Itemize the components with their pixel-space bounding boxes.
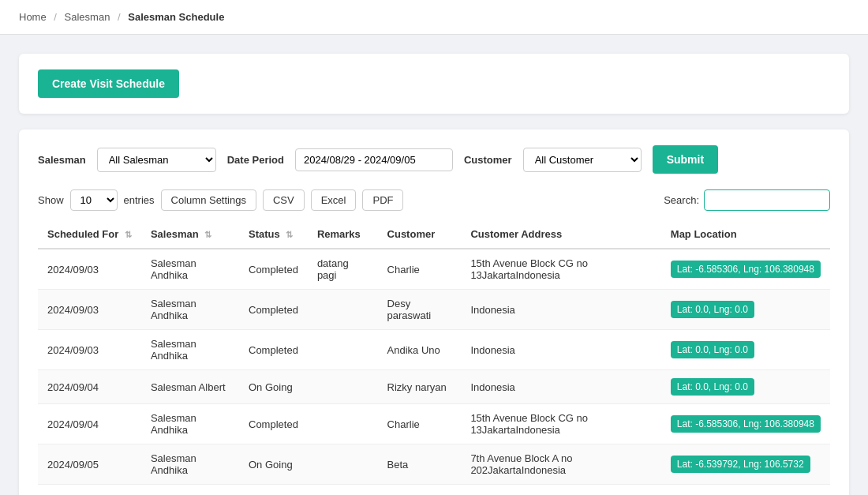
col-map-location: Map Location bbox=[661, 220, 830, 249]
map-location-badge: Lat: -6.585306, Lng: 106.380948 bbox=[671, 415, 821, 433]
status-cell: On Going bbox=[239, 370, 308, 404]
salesman-cell: Salesman Andhika bbox=[141, 249, 239, 290]
column-settings-button[interactable]: Column Settings bbox=[161, 189, 256, 211]
remarks-cell: datang pagi bbox=[308, 249, 378, 290]
salesman-cell: Salesman Andhika bbox=[141, 444, 239, 485]
status-cell: Completed bbox=[239, 404, 308, 444]
csv-button[interactable]: CSV bbox=[263, 189, 305, 211]
customer-cell: Andika Uno bbox=[378, 330, 462, 370]
search-input[interactable] bbox=[704, 189, 830, 211]
col-customer-address: Customer Address bbox=[461, 220, 660, 249]
col-scheduled-for: Scheduled For ⇅ bbox=[38, 220, 141, 249]
table-row: 2024/09/04Salesman AndhikaCompletedCharl… bbox=[38, 404, 830, 444]
salesman-select[interactable]: All SalesmanSalesman AndhikaSalesman Alb… bbox=[97, 148, 216, 172]
customer-cell: Desy paraswati bbox=[378, 290, 462, 330]
status-cell: Completed bbox=[239, 330, 308, 370]
customer_address-cell: Indonesia bbox=[461, 290, 660, 330]
scheduled_for-cell: 2024/09/03 bbox=[38, 290, 141, 330]
customer_address-cell: 15th Avenue Block CG no 13JakartaIndones… bbox=[461, 249, 660, 290]
col-remarks: Remarks bbox=[308, 220, 378, 249]
customer_address-cell: 7th Avenue Block A no 202JakartaIndonesi… bbox=[461, 444, 660, 485]
submit-button[interactable]: Submit bbox=[653, 145, 718, 174]
status-cell: On Going bbox=[239, 444, 308, 485]
salesman-cell: Salesman Andhika bbox=[141, 290, 239, 330]
customer-cell: Beta bbox=[378, 444, 462, 485]
schedule-table: Scheduled For ⇅ Salesman ⇅ Status ⇅ Rema… bbox=[38, 220, 830, 485]
search-label: Search: bbox=[664, 194, 699, 206]
table-row: 2024/09/04Salesman AlbertOn GoingRizky n… bbox=[38, 370, 830, 404]
status-cell: Completed bbox=[239, 290, 308, 330]
breadcrumb-home[interactable]: Home bbox=[19, 11, 47, 23]
map-location-badge: Lat: 0.0, Lng: 0.0 bbox=[671, 378, 754, 396]
sort-icon-status[interactable]: ⇅ bbox=[286, 230, 293, 240]
breadcrumb-salesman[interactable]: Salesman bbox=[65, 11, 110, 23]
col-status: Status ⇅ bbox=[239, 220, 308, 249]
status-cell: Completed bbox=[239, 249, 308, 290]
date-period-filter-label: Date Period bbox=[227, 154, 284, 166]
show-label: Show bbox=[38, 194, 64, 206]
customer_address-cell: Indonesia bbox=[461, 370, 660, 404]
remarks-cell bbox=[308, 290, 378, 330]
scheduled_for-cell: 2024/09/03 bbox=[38, 249, 141, 290]
create-visit-schedule-button[interactable]: Create Visit Schedule bbox=[38, 69, 179, 98]
col-customer: Customer bbox=[378, 220, 462, 249]
breadcrumb: Home / Salesman / Salesman Schedule bbox=[0, 0, 868, 35]
remarks-cell bbox=[308, 370, 378, 404]
date-period-input[interactable] bbox=[295, 148, 453, 171]
sort-icon-salesman[interactable]: ⇅ bbox=[204, 230, 211, 240]
salesman-cell: Salesman Andhika bbox=[141, 330, 239, 370]
scheduled_for-cell: 2024/09/05 bbox=[38, 444, 141, 485]
customer-cell: Charlie bbox=[378, 404, 462, 444]
map-location-badge: Lat: 0.0, Lng: 0.0 bbox=[671, 301, 754, 318]
table-header-row: Scheduled For ⇅ Salesman ⇅ Status ⇅ Rema… bbox=[38, 220, 830, 249]
customer-cell: Charlie bbox=[378, 249, 462, 290]
remarks-cell bbox=[308, 444, 378, 485]
breadcrumb-current: Salesman Schedule bbox=[128, 11, 224, 23]
salesman-cell: Salesman Andhika bbox=[141, 404, 239, 444]
customer_address-cell: 15th Avenue Block CG no 13JakartaIndones… bbox=[461, 404, 660, 444]
map-location-badge: Lat: -6.585306, Lng: 106.380948 bbox=[671, 261, 821, 278]
customer_address-cell: Indonesia bbox=[461, 330, 660, 370]
col-salesman: Salesman ⇅ bbox=[141, 220, 239, 249]
sort-icon-scheduled-for[interactable]: ⇅ bbox=[125, 230, 132, 240]
filter-row: Salesman All SalesmanSalesman AndhikaSal… bbox=[38, 145, 830, 174]
map-location-badge: Lat: 0.0, Lng: 0.0 bbox=[671, 341, 754, 358]
customer-filter-label: Customer bbox=[464, 154, 512, 166]
customer-select[interactable]: All CustomerCharlieDesy paraswatiAndika … bbox=[523, 148, 642, 172]
toolbar: Show 102550100 entries Column Settings C… bbox=[38, 189, 830, 211]
table-row: 2024/09/03Salesman AndhikaCompletedAndik… bbox=[38, 330, 830, 370]
remarks-cell bbox=[308, 330, 378, 370]
table-row: 2024/09/03Salesman AndhikaCompleteddatan… bbox=[38, 249, 830, 290]
remarks-cell bbox=[308, 404, 378, 444]
excel-button[interactable]: Excel bbox=[311, 189, 357, 211]
entries-label: entries bbox=[124, 194, 155, 206]
scheduled_for-cell: 2024/09/04 bbox=[38, 370, 141, 404]
table-row: 2024/09/05Salesman AndhikaOn GoingBeta7t… bbox=[38, 444, 830, 485]
salesman-filter-label: Salesman bbox=[38, 154, 86, 166]
schedule-table-card: Salesman All SalesmanSalesman AndhikaSal… bbox=[19, 129, 849, 495]
pdf-button[interactable]: PDF bbox=[362, 189, 403, 211]
entries-select[interactable]: 102550100 bbox=[70, 189, 118, 211]
table-row: 2024/09/03Salesman AndhikaCompletedDesy … bbox=[38, 290, 830, 330]
create-schedule-card: Create Visit Schedule bbox=[19, 54, 849, 114]
scheduled_for-cell: 2024/09/03 bbox=[38, 330, 141, 370]
salesman-cell: Salesman Albert bbox=[141, 370, 239, 404]
map-location-badge: Lat: -6.539792, Lng: 106.5732 bbox=[671, 456, 810, 473]
scheduled_for-cell: 2024/09/04 bbox=[38, 404, 141, 444]
customer-cell: Rizky naryan bbox=[378, 370, 462, 404]
